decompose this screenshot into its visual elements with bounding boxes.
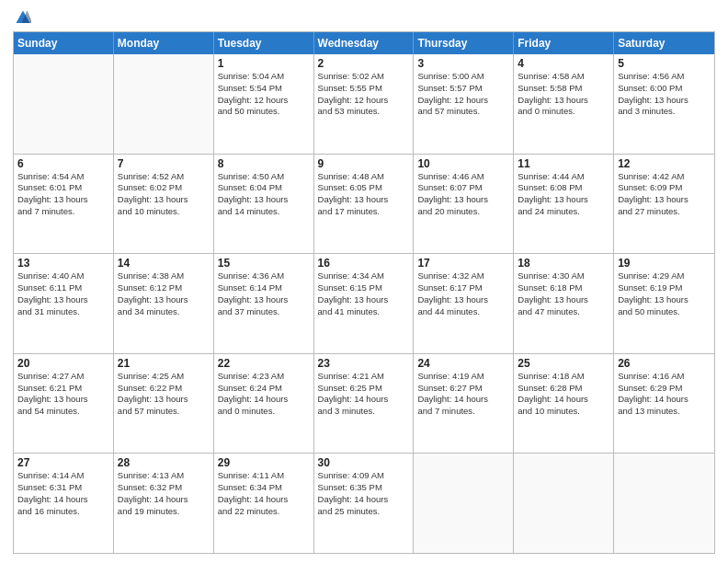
day-number: 15 [218,257,310,270]
day-info: Sunrise: 5:02 AM Sunset: 5:55 PM Dayligh… [318,71,410,118]
day-number: 14 [118,257,210,270]
page: Sunday Monday Tuesday Wednesday Thursday… [0,0,728,563]
calendar-body: 1Sunrise: 5:04 AM Sunset: 5:54 PM Daylig… [14,54,714,554]
day-number: 10 [417,157,509,170]
day-info: Sunrise: 4:32 AM Sunset: 6:17 PM Dayligh… [417,270,509,317]
day-number: 18 [518,257,609,270]
table-row: 27Sunrise: 4:14 AM Sunset: 6:31 PM Dayli… [14,454,114,553]
day-number: 19 [618,257,711,270]
day-info: Sunrise: 4:11 AM Sunset: 6:34 PM Dayligh… [218,470,310,517]
day-info: Sunrise: 4:19 AM Sunset: 6:27 PM Dayligh… [417,371,509,418]
day-info: Sunrise: 4:09 AM Sunset: 6:35 PM Dayligh… [318,470,410,517]
calendar-row-4: 20Sunrise: 4:27 AM Sunset: 6:21 PM Dayli… [14,354,714,454]
day-number: 6 [17,157,109,170]
table-row: 14Sunrise: 4:38 AM Sunset: 6:12 PM Dayli… [114,254,214,353]
table-row: 12Sunrise: 4:42 AM Sunset: 6:09 PM Dayli… [614,155,714,254]
day-info: Sunrise: 4:56 AM Sunset: 6:00 PM Dayligh… [618,71,711,118]
table-row: 9Sunrise: 4:48 AM Sunset: 6:05 PM Daylig… [314,155,415,254]
calendar-row-2: 6Sunrise: 4:54 AM Sunset: 6:01 PM Daylig… [14,155,714,255]
table-row [514,454,614,553]
table-row: 4Sunrise: 4:58 AM Sunset: 5:58 PM Daylig… [514,54,614,154]
day-info: Sunrise: 4:48 AM Sunset: 6:05 PM Dayligh… [318,171,410,218]
table-row: 18Sunrise: 4:30 AM Sunset: 6:18 PM Dayli… [514,254,614,353]
day-number: 8 [218,157,310,170]
day-info: Sunrise: 4:13 AM Sunset: 6:32 PM Dayligh… [118,470,210,517]
day-number: 9 [318,157,410,170]
day-number: 5 [618,57,711,70]
day-info: Sunrise: 5:04 AM Sunset: 5:54 PM Dayligh… [218,71,310,118]
header-wednesday: Wednesday [314,32,415,54]
day-number: 1 [218,57,310,70]
header-thursday: Thursday [414,32,514,54]
day-info: Sunrise: 4:21 AM Sunset: 6:25 PM Dayligh… [318,371,410,418]
day-number: 28 [118,456,210,469]
day-info: Sunrise: 4:30 AM Sunset: 6:18 PM Dayligh… [518,270,609,317]
day-number: 16 [318,257,410,270]
day-number: 4 [518,57,609,70]
table-row: 7Sunrise: 4:52 AM Sunset: 6:02 PM Daylig… [114,155,214,254]
day-number: 7 [118,157,210,170]
calendar-row-1: 1Sunrise: 5:04 AM Sunset: 5:54 PM Daylig… [14,54,714,155]
table-row: 8Sunrise: 4:50 AM Sunset: 6:04 PM Daylig… [214,155,314,254]
table-row: 2Sunrise: 5:02 AM Sunset: 5:55 PM Daylig… [314,54,415,154]
header-tuesday: Tuesday [214,32,314,54]
day-info: Sunrise: 4:58 AM Sunset: 5:58 PM Dayligh… [518,71,609,118]
calendar-header: Sunday Monday Tuesday Wednesday Thursday… [14,32,714,54]
header [13,9,715,26]
table-row [114,54,214,154]
day-number: 17 [417,257,509,270]
day-info: Sunrise: 4:38 AM Sunset: 6:12 PM Dayligh… [118,270,210,317]
day-info: Sunrise: 4:36 AM Sunset: 6:14 PM Dayligh… [218,270,310,317]
day-number: 3 [417,57,509,70]
day-number: 13 [17,257,109,270]
table-row: 1Sunrise: 5:04 AM Sunset: 5:54 PM Daylig… [214,54,314,154]
header-saturday: Saturday [614,32,714,54]
table-row [414,454,514,553]
logo [13,9,31,26]
header-sunday: Sunday [14,32,114,54]
header-friday: Friday [514,32,614,54]
table-row: 22Sunrise: 4:23 AM Sunset: 6:24 PM Dayli… [214,354,314,454]
day-info: Sunrise: 4:46 AM Sunset: 6:07 PM Dayligh… [417,171,509,218]
day-number: 29 [218,456,310,469]
table-row: 25Sunrise: 4:18 AM Sunset: 6:28 PM Dayli… [514,354,614,454]
day-number: 21 [118,357,210,370]
day-number: 22 [218,357,310,370]
day-info: Sunrise: 4:54 AM Sunset: 6:01 PM Dayligh… [17,171,109,218]
day-info: Sunrise: 4:18 AM Sunset: 6:28 PM Dayligh… [518,371,609,418]
table-row: 24Sunrise: 4:19 AM Sunset: 6:27 PM Dayli… [414,354,514,454]
day-number: 26 [618,357,711,370]
day-info: Sunrise: 4:27 AM Sunset: 6:21 PM Dayligh… [17,371,109,418]
day-info: Sunrise: 4:34 AM Sunset: 6:15 PM Dayligh… [318,270,410,317]
table-row [614,454,714,553]
day-number: 11 [518,157,609,170]
table-row: 3Sunrise: 5:00 AM Sunset: 5:57 PM Daylig… [414,54,514,154]
day-number: 24 [417,357,509,370]
day-info: Sunrise: 4:16 AM Sunset: 6:29 PM Dayligh… [618,371,711,418]
header-monday: Monday [114,32,214,54]
day-info: Sunrise: 4:50 AM Sunset: 6:04 PM Dayligh… [218,171,310,218]
table-row: 16Sunrise: 4:34 AM Sunset: 6:15 PM Dayli… [314,254,415,353]
day-number: 23 [318,357,410,370]
table-row: 29Sunrise: 4:11 AM Sunset: 6:34 PM Dayli… [214,454,314,553]
day-number: 2 [318,57,410,70]
table-row: 26Sunrise: 4:16 AM Sunset: 6:29 PM Dayli… [614,354,714,454]
logo-text [13,9,31,26]
day-number: 20 [17,357,109,370]
day-info: Sunrise: 4:52 AM Sunset: 6:02 PM Dayligh… [118,171,210,218]
day-info: Sunrise: 4:25 AM Sunset: 6:22 PM Dayligh… [118,371,210,418]
table-row: 11Sunrise: 4:44 AM Sunset: 6:08 PM Dayli… [514,155,614,254]
day-info: Sunrise: 4:42 AM Sunset: 6:09 PM Dayligh… [618,171,711,218]
table-row: 13Sunrise: 4:40 AM Sunset: 6:11 PM Dayli… [14,254,114,353]
day-info: Sunrise: 5:00 AM Sunset: 5:57 PM Dayligh… [417,71,509,118]
day-info: Sunrise: 4:40 AM Sunset: 6:11 PM Dayligh… [17,270,109,317]
table-row: 10Sunrise: 4:46 AM Sunset: 6:07 PM Dayli… [414,155,514,254]
table-row: 19Sunrise: 4:29 AM Sunset: 6:19 PM Dayli… [614,254,714,353]
calendar-row-3: 13Sunrise: 4:40 AM Sunset: 6:11 PM Dayli… [14,254,714,354]
day-info: Sunrise: 4:23 AM Sunset: 6:24 PM Dayligh… [218,371,310,418]
table-row: 28Sunrise: 4:13 AM Sunset: 6:32 PM Dayli… [114,454,214,553]
table-row: 20Sunrise: 4:27 AM Sunset: 6:21 PM Dayli… [14,354,114,454]
table-row: 21Sunrise: 4:25 AM Sunset: 6:22 PM Dayli… [114,354,214,454]
calendar-row-5: 27Sunrise: 4:14 AM Sunset: 6:31 PM Dayli… [14,454,714,554]
table-row: 6Sunrise: 4:54 AM Sunset: 6:01 PM Daylig… [14,155,114,254]
